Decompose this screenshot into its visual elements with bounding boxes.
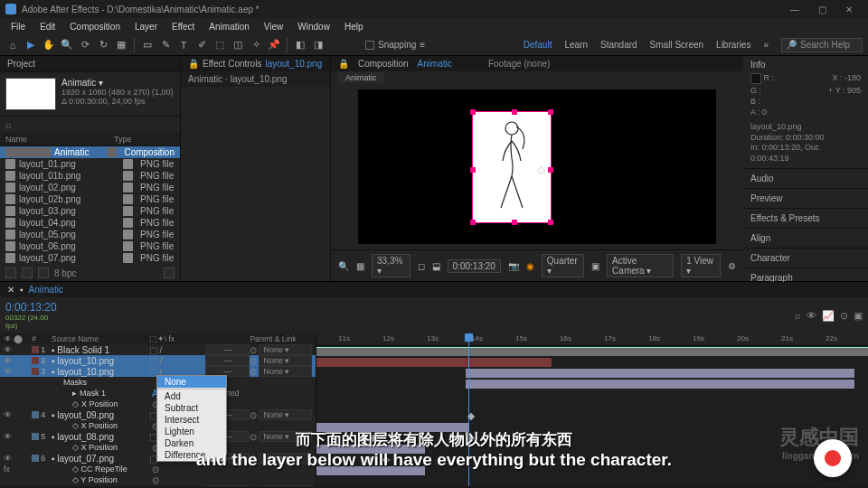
type-tool-icon[interactable]: T — [176, 38, 191, 52]
asset-row[interactable]: layout_06.pngPNG file — [0, 240, 180, 252]
new-comp-icon[interactable] — [38, 267, 49, 278]
close-button[interactable]: ✕ — [835, 5, 863, 14]
workspace-more-icon[interactable]: » — [763, 40, 769, 50]
asset-row[interactable]: layout_02b.pngPNG file — [0, 193, 180, 205]
menu-layer[interactable]: Layer — [127, 22, 165, 32]
timeline-tab[interactable]: Animatic — [29, 285, 63, 295]
time-ruler[interactable]: 11s12s13s14s15s16s17s18s19s20s21s22s — [316, 333, 868, 346]
mask-mode-darken[interactable]: Darken — [157, 437, 226, 449]
zoom-dropdown[interactable]: 33,3% ▾ — [372, 254, 410, 277]
project-search[interactable]: ⌕ — [0, 117, 180, 133]
panel-effects-presets[interactable]: Effects & Presets — [743, 209, 868, 229]
res-toggle-icon[interactable]: ◻ — [418, 261, 425, 271]
stroke-icon[interactable]: ◨ — [311, 38, 326, 52]
tl-graph-icon[interactable]: 📈 — [822, 310, 835, 322]
mask-mode-difference[interactable]: Difference — [157, 449, 226, 461]
channel-icon[interactable]: ⬓ — [432, 261, 440, 271]
timeline-close-icon[interactable]: ✕ — [7, 285, 14, 295]
magnify-icon[interactable]: 🔍 — [338, 261, 349, 271]
menu-view[interactable]: View — [257, 22, 291, 32]
hand-tool-icon[interactable]: ✋ — [42, 38, 56, 52]
puppet-tool-icon[interactable]: 📌 — [267, 38, 281, 52]
trash-icon[interactable] — [164, 267, 175, 278]
camera-tool-icon[interactable]: ▦ — [114, 38, 128, 52]
tl-shy-icon[interactable]: 👁 — [807, 310, 816, 321]
pen-tool-icon[interactable]: ✎ — [158, 38, 173, 52]
zoom-tool-icon[interactable]: 🔍 — [60, 38, 74, 52]
menu-window[interactable]: Window — [290, 22, 337, 32]
comp-crumb[interactable]: Animatic — [338, 72, 384, 83]
lock-icon[interactable]: 🔒 — [338, 59, 349, 69]
mask-mode-add[interactable]: Add — [157, 390, 226, 402]
playhead[interactable] — [468, 333, 469, 486]
orbit-tool-icon[interactable]: ⟳ — [78, 38, 92, 52]
menu-edit[interactable]: Edit — [33, 22, 62, 32]
view-dropdown[interactable]: 1 View ▾ — [681, 254, 721, 277]
asset-row[interactable]: layout_03.pngPNG file — [0, 205, 180, 217]
selection-tool-icon[interactable]: ▶ — [24, 38, 38, 52]
snapshot-icon[interactable]: 📷 — [508, 261, 519, 271]
mask-mode-subtract[interactable]: Subtract — [157, 402, 226, 414]
timeline-layer[interactable]: 👁7▪ White Solid 1⬚ /—⊙None ▾ — [0, 485, 316, 486]
maximize-button[interactable]: ▢ — [808, 5, 835, 14]
asset-row[interactable]: layout_05.pngPNG file — [0, 229, 180, 240]
col-name[interactable]: Name — [5, 135, 114, 144]
snapping-checkbox[interactable] — [365, 41, 374, 50]
menu-help[interactable]: Help — [337, 22, 371, 32]
resolution-dropdown[interactable]: Quarter ▾ — [542, 254, 584, 277]
clone-tool-icon[interactable]: ⬚ — [212, 38, 227, 52]
mask-mode-intersect[interactable]: Intersect — [157, 414, 226, 426]
panel-character[interactable]: Character — [743, 249, 868, 268]
panel-align[interactable]: Align — [743, 229, 868, 249]
col-parent[interactable]: Parent & Link — [250, 334, 312, 343]
menu-animation[interactable]: Animation — [202, 22, 256, 32]
grid-icon[interactable]: ▦ — [356, 261, 364, 271]
workspace-standard[interactable]: Standard — [600, 40, 637, 50]
time-display[interactable]: 0:00:13:20 — [448, 259, 501, 273]
asset-row[interactable]: layout_02.pngPNG file — [0, 182, 180, 193]
region-icon[interactable]: ▣ — [591, 261, 599, 271]
timecode[interactable]: 0:00:13:20 — [5, 301, 52, 314]
col-source-name[interactable]: Source Name — [52, 334, 149, 343]
mask-mode-lighten[interactable]: Lighten — [157, 426, 226, 437]
workspace-learn[interactable]: Learn — [564, 40, 588, 50]
interpret-icon[interactable] — [5, 267, 16, 278]
brush-tool-icon[interactable]: ✐ — [194, 38, 209, 52]
col-type[interactable]: Type — [114, 135, 132, 144]
workspace-libraries[interactable]: Libraries — [716, 40, 750, 50]
mask-mode-none[interactable]: None — [157, 376, 226, 388]
lock-icon[interactable]: 🔒 — [188, 59, 199, 69]
snap-options-icon[interactable]: ≡ — [420, 40, 425, 50]
workspace-default[interactable]: Default — [524, 40, 552, 50]
fill-icon[interactable]: ◧ — [293, 38, 307, 52]
prop-mask1[interactable]: ▸ Mask 1 — [52, 389, 152, 398]
asset-row[interactable]: layout_01b.pngPNG file — [0, 170, 180, 182]
panel-preview[interactable]: Preview — [743, 189, 868, 209]
viewer-options-icon[interactable]: ⚙ — [728, 261, 736, 271]
prop-masks[interactable]: Masks — [52, 378, 152, 387]
timeline-layer[interactable]: 👁2▪ layout_10.png⬚ /—⊙None ▾ — [0, 355, 316, 366]
rotate-tool-icon[interactable]: ↻ — [96, 38, 110, 52]
camera-dropdown[interactable]: Active Camera ▾ — [607, 254, 674, 277]
record-button[interactable] — [814, 439, 852, 477]
color-icon[interactable]: ◉ — [526, 261, 534, 271]
help-search[interactable]: 🔎 Search Help — [781, 38, 863, 52]
timeline-tracks[interactable]: 11s12s13s14s15s16s17s18s19s20s21s22s — [316, 333, 868, 486]
roto-tool-icon[interactable]: ✧ — [249, 38, 263, 52]
asset-row[interactable]: AnimaticComposition — [0, 146, 180, 158]
bpc-label[interactable]: 8 bpc — [54, 268, 76, 278]
eraser-tool-icon[interactable]: ◫ — [231, 38, 245, 52]
composition-viewport[interactable]: ◇ — [358, 89, 716, 244]
home-icon[interactable]: ⌂ — [5, 38, 20, 52]
menu-composition[interactable]: Composition — [62, 22, 127, 32]
minimize-button[interactable]: — — [781, 5, 808, 14]
asset-row[interactable]: layout_07.pngPNG file — [0, 252, 180, 264]
tl-3d-icon[interactable]: ▣ — [854, 310, 863, 322]
timeline-layer[interactable]: 👁1▪ Black Solid 1⬚ /—⊙None ▾ — [0, 344, 316, 355]
prop-xposition[interactable]: ◇ X Position — [52, 399, 152, 408]
asset-row[interactable]: layout_04.pngPNG file — [0, 217, 180, 229]
shape-tool-icon[interactable]: ▭ — [140, 38, 155, 52]
new-folder-icon[interactable] — [22, 267, 33, 278]
tl-mb-icon[interactable]: ⊙ — [840, 310, 848, 322]
tl-search-icon[interactable]: ⌕ — [795, 310, 801, 321]
